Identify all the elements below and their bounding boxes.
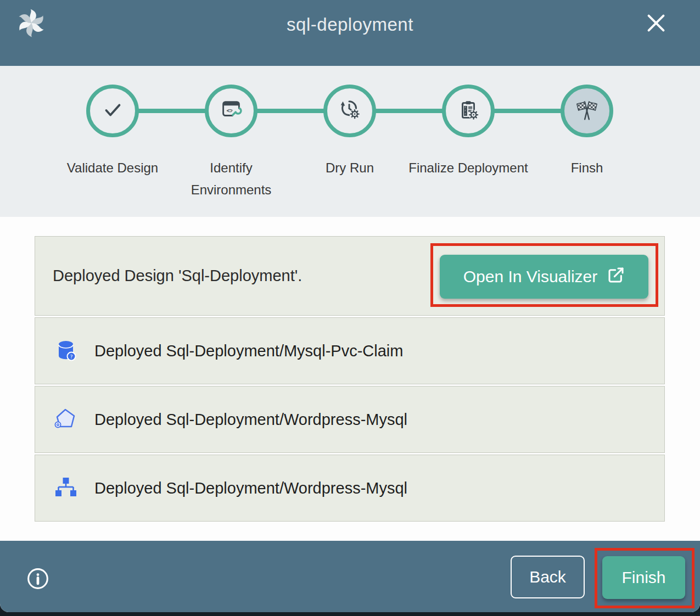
deployed-result-text: Deployed Sql-Deployment/Mysql-Pvc-Claim bbox=[94, 342, 403, 360]
step-identify-environments: <> bbox=[205, 85, 257, 137]
pentagon-component-icon bbox=[53, 406, 79, 433]
step-finish bbox=[561, 85, 613, 137]
back-button[interactable]: Back bbox=[511, 556, 585, 598]
code-window-wrench-icon: <> bbox=[219, 97, 244, 125]
clipboard-gear-icon bbox=[456, 97, 481, 125]
external-link-icon bbox=[607, 266, 625, 288]
checkmark-icon bbox=[100, 97, 125, 125]
deployed-result-row-mysql-pvc-claim: ? Deployed Sql-Deployment/Mysql-Pvc-Clai… bbox=[35, 317, 665, 384]
step-dry-run bbox=[323, 85, 376, 137]
step-label-validate-design: Validate Design bbox=[51, 157, 174, 179]
history-gear-icon bbox=[337, 97, 362, 125]
deployed-result-text: Deployed Sql-Deployment/Wordpress-Mysql bbox=[94, 411, 407, 429]
open-in-visualizer-label: Open In Visualizer bbox=[463, 267, 598, 286]
deployed-result-row-wordpress-mysql-2: Deployed Sql-Deployment/Wordpress-Mysql bbox=[35, 455, 665, 522]
dialog-backdrop: sql-deployment bbox=[0, 0, 700, 616]
hierarchy-icon bbox=[53, 475, 79, 501]
deployed-design-row: Deployed Design 'Sql-Deployment'. Open I… bbox=[35, 236, 665, 316]
sql-deployment-dialog: sql-deployment bbox=[0, 0, 700, 612]
dialog-header: sql-deployment bbox=[0, 0, 700, 66]
deployment-stepper: <> bbox=[0, 66, 700, 217]
deployment-results-list: Deployed Design 'Sql-Deployment'. Open I… bbox=[35, 236, 665, 523]
close-button[interactable] bbox=[645, 13, 667, 35]
database-icon: ? bbox=[53, 338, 79, 364]
deployed-result-text: Deployed Sql-Deployment/Wordpress-Mysql bbox=[94, 479, 407, 497]
dialog-body: Deployed Design 'Sql-Deployment'. Open I… bbox=[0, 217, 700, 541]
svg-text:?: ? bbox=[70, 354, 72, 360]
deployed-design-text: Deployed Design 'Sql-Deployment'. bbox=[53, 267, 302, 285]
step-label-dry-run: Dry Run bbox=[288, 157, 411, 179]
step-finalize-deployment bbox=[442, 85, 495, 137]
open-in-visualizer-button[interactable]: Open In Visualizer bbox=[440, 255, 648, 299]
step-validate-design bbox=[86, 85, 139, 137]
dialog-title: sql-deployment bbox=[0, 14, 700, 35]
step-label-finalize-deployment: Finalize Deployment bbox=[407, 157, 530, 179]
close-icon bbox=[646, 27, 667, 35]
deployed-result-row-wordpress-mysql-1: Deployed Sql-Deployment/Wordpress-Mysql bbox=[35, 386, 665, 453]
finish-button[interactable]: Finish bbox=[602, 556, 685, 599]
dialog-footer: Back Finish bbox=[0, 541, 700, 612]
step-label-identify-environments: Identify Environments bbox=[170, 157, 293, 201]
info-button[interactable] bbox=[26, 567, 49, 590]
checkered-flags-icon bbox=[574, 97, 600, 125]
info-icon bbox=[26, 584, 49, 592]
step-label-finish: Finsh bbox=[525, 157, 648, 179]
